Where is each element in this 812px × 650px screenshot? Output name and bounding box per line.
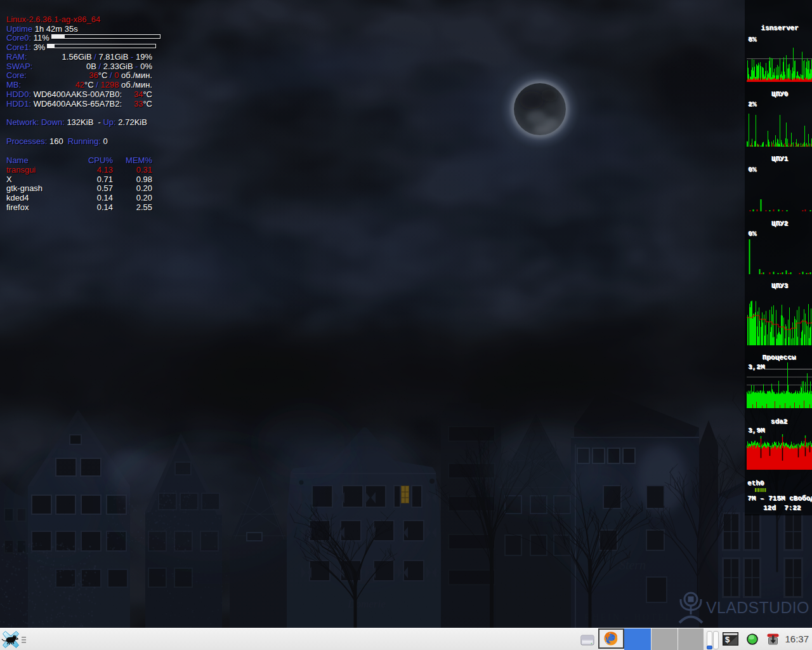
svg-text:3,9M: 3,9M	[748, 427, 765, 434]
svg-text:$: $	[725, 635, 730, 644]
svg-text:2%: 2%	[748, 100, 757, 108]
svg-text:ЦПУ2: ЦПУ2	[771, 220, 788, 227]
svg-text:ЦПУ1: ЦПУ1	[771, 155, 789, 162]
svg-text:Процессы: Процессы	[763, 354, 796, 361]
svg-text:12d 7:22: 12d 7:22	[763, 504, 801, 512]
svg-text:0%: 0%	[748, 230, 757, 237]
svg-text:8%: 8%	[748, 36, 757, 43]
svg-text:0%: 0%	[748, 166, 757, 173]
svg-text:ЦПУ0: ЦПУ0	[771, 90, 788, 98]
svg-text:7M – 715M сВободн: 7M – 715M сВободн	[747, 494, 812, 502]
svg-text:eth0: eth0	[747, 479, 764, 487]
svg-text:ЦПУ3: ЦПУ3	[771, 282, 789, 289]
svg-text:sda2: sda2	[771, 418, 787, 425]
svg-text:isnserver: isnserver	[761, 24, 798, 32]
svg-text:3,2M: 3,2M	[748, 363, 765, 371]
